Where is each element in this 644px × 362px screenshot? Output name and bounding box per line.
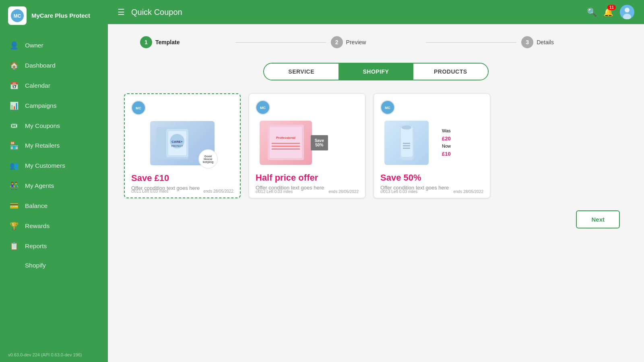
step-2-label: Preview xyxy=(346,39,366,45)
svg-rect-16 xyxy=(270,127,302,158)
sidebar-nav: 👤 Owner 🏠 Dashboard 📅 Calendar 📊 Campaig… xyxy=(0,31,108,348)
sidebar-item-label: My Retailers xyxy=(25,142,60,149)
sidebar-item-campaigns[interactable]: 📊 Campaigns xyxy=(0,96,108,116)
card1-footer-left: cf011 Left 0.03 miles xyxy=(131,189,168,193)
sidebar-item-label: Rewards xyxy=(25,222,50,230)
card1-product-image: CARE+ PROTECT GoodHousekeeping xyxy=(131,119,233,167)
card1-logo: MC xyxy=(131,101,146,115)
sidebar-item-reports[interactable]: 📋 Reports xyxy=(0,236,108,256)
sidebar-item-label: Campaigns xyxy=(25,102,56,109)
svg-rect-20 xyxy=(272,148,300,150)
card3-logo: MC xyxy=(380,100,395,115)
campaigns-icon: 📊 xyxy=(10,101,19,110)
sidebar-item-label: My Agents xyxy=(25,182,54,189)
step-line-2 xyxy=(426,42,516,43)
sidebar: MC MyCare Plus Protect 👤 Owner 🏠 Dashboa… xyxy=(0,0,108,362)
search-icon[interactable]: 🔍 xyxy=(587,7,597,17)
sidebar-item-owner[interactable]: 👤 Owner xyxy=(0,35,108,56)
step-3: 3 Details xyxy=(521,36,612,48)
svg-text:PROTECT: PROTECT xyxy=(171,145,183,147)
step-1-circle: 1 xyxy=(140,36,152,48)
sidebar-item-label: Reports xyxy=(25,243,47,250)
sidebar-item-my-retailers[interactable]: 🏪 My Retailers xyxy=(0,136,108,156)
reports-icon: 📋 xyxy=(10,242,19,251)
svg-text:MC: MC xyxy=(136,106,141,110)
svg-text:MC: MC xyxy=(14,13,21,19)
hamburger-icon[interactable]: ☰ xyxy=(118,7,125,17)
card3-was-now: Was £20 Now £10 xyxy=(442,128,451,158)
topbar: ☰ Quick Coupon 🔍 🔔 11 xyxy=(108,0,644,24)
tab-products[interactable]: PRODUCTS xyxy=(413,64,488,80)
card3-footer: cf013 Left 0.03 miles ends 28/05/2022 xyxy=(380,189,483,194)
coupon-card-1[interactable]: MC CARE+ PROTECT Good xyxy=(124,93,241,198)
rewards-icon: 🏆 xyxy=(10,222,19,230)
card1-product-box: CARE+ PROTECT GoodHousekeeping xyxy=(150,121,215,165)
card2-product-image: Professional Save50% xyxy=(256,119,359,167)
card2-logo: MC xyxy=(256,100,270,115)
step-3-label: Details xyxy=(537,39,554,45)
customers-icon: 👥 xyxy=(10,161,19,170)
sidebar-header: MC MyCare Plus Protect xyxy=(0,0,108,31)
card2-footer: cf012 Left 0.03 miles ends 28/05/2022 xyxy=(256,189,359,194)
topbar-title: Quick Coupon xyxy=(131,8,582,17)
card3-product-box xyxy=(384,121,429,165)
dashboard-icon: 🏠 xyxy=(10,61,19,70)
card2-save-text: Half price offer xyxy=(256,173,359,183)
svg-rect-27 xyxy=(403,145,410,146)
owner-icon: 👤 xyxy=(10,41,19,50)
step-1-label: Template xyxy=(155,39,180,45)
tab-service[interactable]: SERVICE xyxy=(264,64,339,80)
svg-text:MC: MC xyxy=(260,106,266,110)
toggle-tabs: SERVICE SHOPIFY PRODUCTS xyxy=(124,63,628,80)
sidebar-item-label: My Customers xyxy=(25,162,65,169)
avatar[interactable] xyxy=(620,5,634,19)
coupon-card-3[interactable]: MC xyxy=(374,93,490,198)
retailers-icon: 🏪 xyxy=(10,141,19,150)
steps-indicator: 1 Template 2 Preview 3 Details xyxy=(124,36,628,48)
app-logo: MC xyxy=(8,6,27,25)
card1-footer: cf011 Left 0.03 miles ends 28/05/2022 xyxy=(131,189,233,193)
card2-save-overlay: Save50% xyxy=(311,135,328,150)
card1-header: MC xyxy=(131,101,233,115)
sidebar-item-label: My Coupons xyxy=(25,122,60,130)
notifications-button[interactable]: 🔔 11 xyxy=(603,7,613,17)
sidebar-item-label: Shopify xyxy=(25,262,46,269)
sidebar-item-rewards[interactable]: 🏆 Rewards xyxy=(0,216,108,236)
card3-product-image: Was £20 Now £10 xyxy=(380,119,483,167)
app-title: MyCare Plus Protect xyxy=(31,12,90,20)
card3-footer-right: ends 28/05/2022 xyxy=(453,189,483,194)
calendar-icon: 📅 xyxy=(10,81,19,90)
next-button[interactable]: Next xyxy=(576,210,620,228)
sidebar-item-my-customers[interactable]: 👥 My Customers xyxy=(0,156,108,176)
card1-badge: GoodHousekeeping xyxy=(198,149,218,169)
toggle-container: SERVICE SHOPIFY PRODUCTS xyxy=(263,63,489,80)
topbar-icons: 🔍 🔔 11 xyxy=(587,5,634,19)
svg-text:MC: MC xyxy=(385,106,390,110)
coupon-card-2[interactable]: MC Professional xyxy=(249,93,365,198)
coupon-cards-container: MC CARE+ PROTECT Good xyxy=(124,93,628,198)
svg-point-3 xyxy=(625,8,630,12)
svg-point-25 xyxy=(402,125,411,130)
card1-save-text: Save £10 xyxy=(131,173,233,183)
tab-shopify[interactable]: SHOPIFY xyxy=(339,64,413,80)
sidebar-item-label: Balance xyxy=(25,202,47,210)
sidebar-item-label: Calendar xyxy=(25,82,50,89)
card2-footer-left: cf012 Left 0.03 miles xyxy=(256,189,293,194)
sidebar-item-dashboard[interactable]: 🏠 Dashboard xyxy=(0,56,108,76)
sidebar-item-my-coupons[interactable]: 🎟 My Coupons xyxy=(0,116,108,136)
sidebar-item-my-agents[interactable]: 👫 My Agents xyxy=(0,176,108,196)
step-3-circle: 3 xyxy=(521,36,533,48)
svg-rect-19 xyxy=(272,146,300,147)
sidebar-item-shopify[interactable]: Shopify xyxy=(0,256,108,275)
svg-rect-28 xyxy=(403,148,410,149)
sidebar-item-balance[interactable]: 💳 Balance xyxy=(0,196,108,216)
step-2: 2 Preview xyxy=(331,36,421,48)
svg-rect-18 xyxy=(272,143,300,144)
card1-footer-right: ends 28/05/2022 xyxy=(203,189,233,193)
svg-text:CARE+: CARE+ xyxy=(171,140,183,144)
balance-icon: 💳 xyxy=(10,202,19,210)
card3-header: MC xyxy=(380,100,483,115)
sidebar-item-calendar[interactable]: 📅 Calendar xyxy=(0,76,108,96)
step-2-circle: 2 xyxy=(331,36,343,48)
main-content: 1 Template 2 Preview 3 Details xyxy=(108,24,644,362)
